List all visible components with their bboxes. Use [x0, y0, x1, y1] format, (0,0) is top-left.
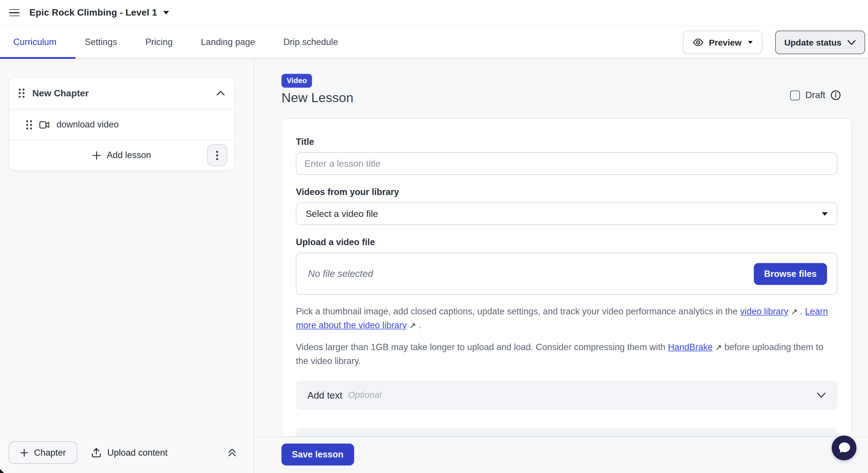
video-library-select-value: Select a video file — [306, 209, 378, 219]
draft-checkbox[interactable] — [790, 90, 800, 100]
browse-files-button[interactable]: Browse files — [753, 263, 827, 285]
handbrake-link[interactable]: HandBrake — [668, 342, 713, 352]
chapter-title: New Chapter — [32, 88, 89, 98]
help-text: . — [798, 306, 805, 316]
tab-settings[interactable]: Settings — [85, 37, 117, 47]
video-library-select[interactable]: Select a video file — [296, 202, 837, 225]
help-text: . — [416, 320, 421, 330]
add-chapter-button[interactable]: Chapter — [9, 441, 77, 464]
add-lesson-label: Add lesson — [107, 150, 151, 160]
app-root: Epic Rock Climbing - Level 1 Curriculum … — [0, 0, 868, 473]
upload-field-label: Upload a video file — [296, 237, 837, 248]
tab-pricing[interactable]: Pricing — [145, 37, 173, 47]
hamburger-menu-icon[interactable] — [9, 9, 20, 17]
upload-icon — [91, 447, 101, 458]
title-field-label: Title — [296, 137, 837, 147]
update-status-button[interactable]: Update status — [775, 31, 865, 54]
add-chapter-label: Chapter — [34, 447, 66, 458]
lesson-title: download video — [57, 119, 119, 130]
page-title: New Lesson — [281, 91, 841, 105]
plus-icon — [20, 448, 28, 456]
preview-label: Preview — [709, 37, 741, 47]
video-camera-icon — [39, 121, 50, 128]
sidebar-footer: Chapter Upload content — [0, 433, 254, 473]
add-downloads-section[interactable]: Add downloads Optional — [296, 428, 837, 437]
lesson-editor: Video New Lesson Draft Title Videos from… — [254, 59, 868, 473]
double-chevron-up-icon — [227, 448, 237, 458]
eye-icon — [693, 37, 704, 48]
upload-content-label: Upload content — [107, 447, 167, 458]
lesson-form-card: Title Videos from your library Select a … — [281, 118, 852, 437]
curriculum-sidebar: New Chapter download video Add lesson — [0, 59, 254, 473]
help-text: Pick a thumbnail image, add closed capti… — [296, 306, 740, 316]
select-caret-icon — [822, 212, 828, 216]
add-text-section[interactable]: Add text Optional — [296, 381, 837, 410]
draft-toggle-group: Draft — [790, 90, 841, 100]
preview-button[interactable]: Preview — [683, 31, 762, 54]
chapter-header[interactable]: New Chapter — [9, 77, 234, 109]
library-field-label: Videos from your library — [296, 187, 837, 197]
course-title[interactable]: Epic Rock Climbing - Level 1 — [29, 7, 157, 18]
chevron-down-icon — [847, 39, 856, 45]
chapter-card: New Chapter download video Add lesson — [9, 77, 235, 171]
draft-label: Draft — [805, 90, 825, 100]
add-text-label: Add text — [307, 390, 342, 401]
external-link-icon: ↗ — [715, 341, 722, 354]
lesson-item[interactable]: download video — [9, 109, 234, 139]
drag-handle-icon[interactable] — [26, 120, 32, 129]
chapter-options-button[interactable] — [207, 144, 227, 166]
topbar: Epic Rock Climbing - Level 1 — [0, 0, 868, 26]
tabs: Curriculum Settings Pricing Landing page… — [13, 37, 338, 47]
help-text: Videos larger than 1GB may take longer t… — [296, 342, 668, 352]
video-library-link[interactable]: video library — [740, 306, 788, 316]
tab-landing-page[interactable]: Landing page — [201, 37, 255, 47]
file-upload-dropzone[interactable]: No file selected Browse files — [296, 253, 837, 295]
update-status-label: Update status — [784, 37, 841, 47]
upload-content-button[interactable]: Upload content — [91, 447, 167, 458]
chevron-down-icon — [817, 392, 826, 398]
corner-artifact — [0, 467, 6, 473]
chevron-down-icon[interactable] — [163, 11, 169, 14]
optional-hint: Optional — [348, 390, 381, 400]
tab-actions: Preview Update status — [683, 31, 865, 54]
lesson-type-badge: Video — [281, 74, 312, 88]
external-link-icon: ↗ — [791, 305, 797, 318]
save-lesson-button[interactable]: Save lesson — [281, 444, 354, 466]
external-link-icon: ↗ — [409, 319, 416, 332]
form-footer: Save lesson — [254, 437, 868, 473]
drag-handle-icon[interactable] — [19, 88, 25, 98]
file-size-help-text: Videos larger than 1GB may take longer t… — [296, 340, 837, 368]
chat-bubble-icon — [837, 441, 851, 454]
collapse-all-button[interactable] — [227, 448, 237, 458]
tab-curriculum[interactable]: Curriculum — [13, 37, 57, 47]
caret-down-icon — [748, 41, 753, 44]
video-library-help-text: Pick a thumbnail image, add closed capti… — [296, 305, 837, 332]
plus-icon — [92, 151, 101, 159]
tabbar: Curriculum Settings Pricing Landing page… — [0, 26, 868, 59]
add-lesson-row: Add lesson — [9, 139, 234, 170]
no-file-text: No file selected — [308, 268, 373, 279]
chevron-up-icon[interactable] — [216, 91, 225, 96]
lesson-header: Video New Lesson Draft — [254, 59, 868, 105]
tab-drip-schedule[interactable]: Drip schedule — [283, 37, 338, 47]
chat-widget-button[interactable] — [832, 436, 857, 460]
kebab-menu-icon — [216, 150, 219, 160]
lesson-title-input[interactable] — [296, 152, 837, 175]
info-icon[interactable] — [831, 90, 841, 100]
add-lesson-button[interactable]: Add lesson — [92, 150, 151, 160]
